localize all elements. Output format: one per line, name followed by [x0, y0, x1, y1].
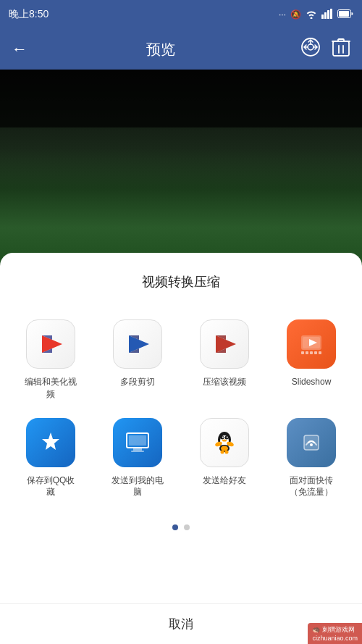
status-icons: ··· 🔕 — [279, 9, 353, 21]
app-label-cut: 多段剪切 — [120, 376, 155, 388]
video-top-overlay — [0, 70, 362, 127]
app-label-friend: 发送给好友 — [203, 474, 246, 487]
svg-point-41 — [222, 439, 227, 441]
page-dots — [172, 524, 190, 530]
svg-rect-5 — [339, 11, 349, 17]
app-icon-cut — [113, 319, 162, 369]
apps-grid: 编辑和美化视频 多段剪切 压缩该视频 — [0, 314, 362, 510]
app-item-compress[interactable]: 压缩该视频 — [181, 314, 268, 412]
mute-icon: 🔕 — [290, 9, 301, 20]
svg-point-49 — [310, 443, 313, 446]
app-icon-pc — [113, 418, 162, 467]
svg-marker-30 — [42, 432, 59, 450]
wifi-icon — [306, 9, 317, 21]
app-label-transfer: 面对面快传（免流量） — [290, 474, 333, 499]
svg-point-45 — [221, 446, 228, 451]
svg-point-39 — [222, 436, 224, 438]
battery-icon — [337, 9, 353, 20]
status-bar: 晚上8:50 ··· 🔕 — [0, 0, 362, 29]
svg-rect-25 — [301, 351, 304, 354]
svg-rect-48 — [304, 435, 319, 450]
svg-rect-29 — [319, 351, 321, 354]
dot-2 — [184, 524, 190, 530]
app-label-compress: 压缩该视频 — [203, 376, 246, 388]
watermark-icon: 🦔 — [312, 626, 320, 633]
notification-icon: ··· — [279, 9, 286, 20]
app-icon-slideshow — [287, 319, 336, 369]
svg-point-40 — [227, 436, 228, 438]
svg-rect-27 — [310, 351, 313, 354]
bottom-sheet: 视频转换压缩 编辑和美化视频 多段剪切 — [0, 253, 362, 644]
app-item-cut[interactable]: 多段剪切 — [94, 314, 181, 412]
app-item-pc[interactable]: 发送到我的电脑 — [94, 412, 181, 511]
nav-actions — [301, 37, 350, 62]
svg-point-46 — [221, 450, 224, 453]
app-item-edit[interactable]: 编辑和美化视频 — [7, 314, 94, 412]
svg-point-7 — [308, 44, 313, 50]
svg-rect-32 — [129, 435, 146, 446]
svg-rect-26 — [306, 351, 308, 354]
nav-bar: ← 预览 — [0, 29, 362, 70]
share-button[interactable] — [301, 38, 320, 61]
svg-rect-28 — [314, 351, 317, 354]
app-icon-edit — [26, 319, 75, 369]
svg-rect-0 — [321, 14, 324, 19]
svg-point-47 — [225, 450, 229, 453]
status-time: 晚上8:50 — [9, 8, 49, 21]
app-item-slideshow[interactable]: Slideshow — [268, 314, 355, 412]
app-item-transfer[interactable]: 面对面快传（免流量） — [268, 412, 355, 511]
delete-button[interactable] — [332, 37, 350, 62]
app-label-slideshow: Slideshow — [292, 376, 332, 388]
app-item-friend[interactable]: 发送给好友 — [181, 412, 268, 511]
svg-rect-2 — [327, 10, 329, 19]
app-icon-transfer — [287, 418, 336, 467]
sheet-title: 视频转换压缩 — [142, 273, 220, 290]
svg-rect-1 — [324, 12, 327, 19]
app-icon-qq — [26, 418, 75, 467]
page-title: 预览 — [20, 40, 301, 59]
svg-rect-34 — [131, 451, 144, 452]
app-label-edit: 编辑和美化视频 — [25, 376, 77, 401]
app-label-pc: 发送到我的电脑 — [111, 474, 164, 499]
app-icon-compress — [200, 319, 249, 369]
video-area: 腾讯视频 高清 — [0, 70, 362, 280]
svg-rect-33 — [133, 448, 142, 451]
svg-rect-8 — [333, 41, 349, 56]
app-label-qq: 保存到QQ收藏 — [27, 474, 75, 499]
site-watermark: 🦔 刺猬游戏网cizhuaniao.com — [308, 623, 362, 644]
signal-icon — [321, 9, 333, 21]
app-icon-friend — [200, 418, 249, 467]
dot-1 — [172, 524, 178, 530]
svg-rect-3 — [330, 9, 332, 19]
app-item-qq[interactable]: 保存到QQ收藏 — [7, 412, 94, 511]
